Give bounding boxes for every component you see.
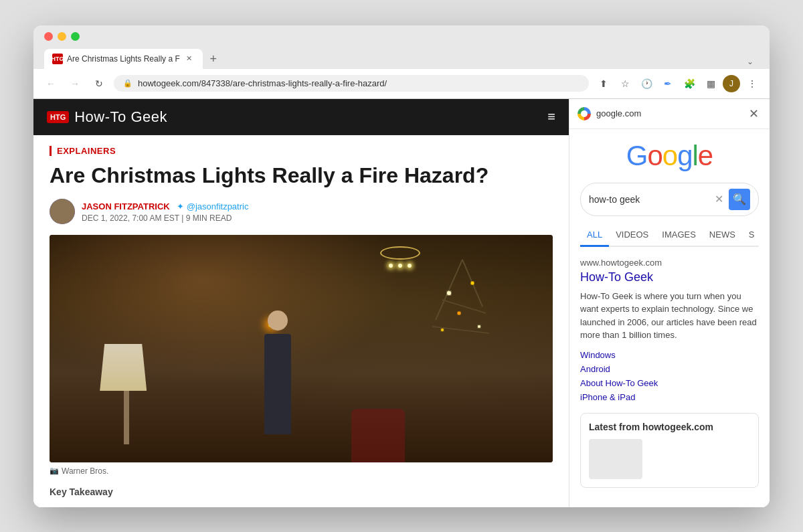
latest-articles — [589, 439, 750, 479]
maximize-traffic-light[interactable] — [71, 32, 80, 41]
google-g-logo — [577, 107, 591, 120]
back-button[interactable]: ← — [41, 74, 60, 93]
bookmark-icon[interactable]: ☆ — [616, 74, 634, 93]
tab-more[interactable]: S — [742, 224, 762, 246]
google-panel-header: google.com ✕ — [569, 99, 770, 129]
article-meta: DEC 1, 2022, 7:00 AM EST | 9 MIN READ — [82, 213, 248, 223]
google-letter-g1: G — [626, 140, 648, 171]
search-clear-button[interactable]: ✕ — [715, 193, 723, 205]
chandelier-decoration — [373, 246, 427, 286]
key-takeaway-label: Key Takeaway — [50, 486, 553, 497]
result-title[interactable]: How-To Geek — [580, 270, 759, 284]
author-avatar — [50, 199, 75, 224]
lamp-decoration — [100, 344, 153, 451]
author-name[interactable]: JASON FITZPATRICK — [82, 201, 170, 211]
tab-news[interactable]: NEWS — [703, 224, 742, 246]
google-header-left: google.com — [577, 107, 641, 120]
profile-avatar[interactable]: J — [723, 75, 740, 92]
site-logo[interactable]: HTG How-To Geek — [47, 108, 167, 126]
google-letter-e: e — [698, 140, 713, 171]
article-hero-image — [50, 235, 553, 462]
article-image-container: 📷 Warner Bros. — [50, 235, 553, 476]
tab-chevron-button[interactable]: ⌄ — [741, 54, 759, 69]
logo-text: How-To Geek — [74, 108, 167, 126]
address-bar: ← → ↻ 🔒 howtogeek.com/847338/are-christm… — [33, 69, 770, 99]
author-row: JASON FITZPATRICK ✦ @jasonfitzpatric DEC… — [50, 199, 553, 224]
tab-images[interactable]: IMAGES — [655, 224, 703, 246]
article-title: Are Christmas Lights Really a Fire Hazar… — [50, 163, 553, 188]
author-twitter[interactable]: ✦ @jasonfitzpatric — [177, 201, 248, 211]
result-description: How-To Geek is where you turn when you w… — [580, 290, 759, 342]
share-icon[interactable]: ⬆ — [594, 74, 613, 93]
logo-box: HTG — [47, 111, 69, 123]
svg-line-0 — [436, 260, 462, 320]
result-link-windows[interactable]: Windows — [580, 350, 759, 360]
close-traffic-light[interactable] — [44, 32, 53, 41]
extension-pen-icon[interactable]: ✒ — [658, 74, 677, 93]
result-links: Windows Android About How-To Geek iPhone… — [580, 350, 759, 402]
toolbar-icons: ⬆ ☆ 🕐 ✒ 🧩 ▦ J ⋮ — [594, 74, 762, 93]
search-submit-button[interactable]: 🔍 — [729, 189, 750, 210]
hamburger-menu-icon[interactable]: ≡ — [547, 109, 555, 124]
result-domain: www.howtogeek.com — [580, 258, 759, 268]
article-content: Explainers Are Christmas Lights Really a… — [33, 135, 569, 507]
breadcrumb[interactable]: Explainers — [50, 146, 553, 156]
search-query-text: how-to geek — [589, 194, 709, 205]
google-panel: google.com ✕ Google how-to geek ✕ 🔍 — [569, 99, 770, 507]
active-tab[interactable]: HTG Are Christmas Lights Really a F ✕ — [44, 49, 203, 69]
svg-point-7 — [478, 325, 480, 328]
camera-icon: 📷 — [50, 466, 59, 475]
svg-line-3 — [432, 327, 489, 333]
tab-videos[interactable]: VIDEOS — [609, 224, 655, 246]
latest-article-thumbnail[interactable] — [589, 439, 642, 479]
reload-button[interactable]: ↻ — [90, 74, 108, 93]
google-search-box[interactable]: how-to geek ✕ 🔍 — [580, 183, 759, 216]
result-link-iphone-ipad[interactable]: iPhone & iPad — [580, 392, 759, 402]
image-caption: 📷 Warner Bros. — [50, 466, 553, 476]
google-letter-o2: o — [662, 140, 677, 171]
figure-silhouette — [251, 311, 304, 444]
latest-from-title: Latest from howtogeek.com — [589, 422, 750, 432]
svg-point-5 — [470, 282, 474, 285]
menu-icon[interactable]: ⋮ — [743, 74, 762, 93]
tab-title: Are Christmas Lights Really a F — [67, 54, 180, 64]
google-panel-close-button[interactable]: ✕ — [745, 106, 762, 122]
tab-all[interactable]: ALL — [580, 224, 609, 247]
sidebar-icon[interactable]: ▦ — [701, 74, 720, 93]
caption-text: Warner Bros. — [62, 466, 108, 476]
google-letter-g2: g — [677, 140, 692, 171]
search-icon: 🔍 — [733, 193, 746, 205]
content-area: HTG How-To Geek ≡ Explainers Are Christm… — [33, 99, 770, 507]
puzzle-icon[interactable]: 🧩 — [680, 74, 699, 93]
google-logo: Google — [580, 140, 759, 172]
christmas-tree — [422, 253, 503, 387]
browser-window: HTG Are Christmas Lights Really a F ✕ + … — [33, 25, 770, 507]
search-tabs: ALL VIDEOS IMAGES NEWS S — [580, 224, 759, 247]
lock-icon: 🔒 — [123, 79, 132, 88]
google-domain: google.com — [596, 108, 641, 118]
site-header: HTG How-To Geek ≡ — [33, 99, 569, 135]
url-text: howtogeek.com/847338/are-christmas-light… — [138, 78, 387, 88]
svg-line-2 — [442, 300, 486, 313]
svg-point-4 — [447, 291, 451, 295]
article-pane: HTG How-To Geek ≡ Explainers Are Christm… — [33, 99, 569, 507]
svg-point-6 — [457, 312, 460, 315]
tabs-row: HTG Are Christmas Lights Really a F ✕ + … — [44, 49, 759, 69]
google-letter-o1: o — [647, 140, 662, 171]
forward-button[interactable]: → — [66, 74, 84, 93]
tab-favicon: HTG — [52, 54, 63, 64]
minimize-traffic-light[interactable] — [58, 32, 66, 41]
result-link-about[interactable]: About How-To Geek — [580, 378, 759, 388]
google-letter-l: l — [693, 140, 698, 171]
url-bar[interactable]: 🔒 howtogeek.com/847338/are-christmas-lig… — [114, 75, 589, 92]
result-link-android[interactable]: Android — [580, 364, 759, 374]
author-info: JASON FITZPATRICK ✦ @jasonfitzpatric DEC… — [82, 200, 248, 223]
history-icon[interactable]: 🕐 — [637, 74, 656, 93]
latest-from-section: Latest from howtogeek.com — [580, 413, 759, 488]
traffic-lights — [44, 32, 759, 41]
title-bar: HTG Are Christmas Lights Really a F ✕ + … — [33, 25, 770, 69]
google-content: Google how-to geek ✕ 🔍 ALL VIDEOS IMAGES — [569, 129, 770, 499]
new-tab-button[interactable]: + — [204, 50, 223, 69]
tab-close-button[interactable]: ✕ — [184, 54, 195, 64]
svg-point-8 — [441, 329, 444, 331]
